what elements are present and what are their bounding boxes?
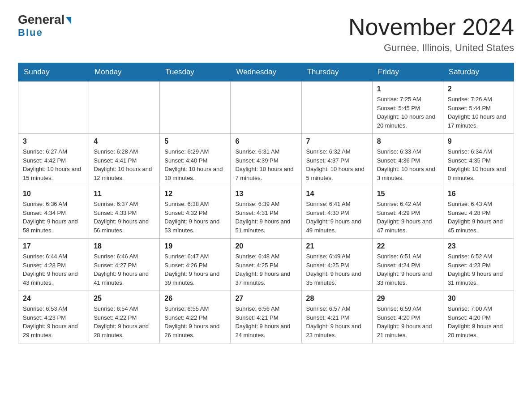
day-number: 11 (94, 190, 155, 198)
calendar-cell: 17Sunrise: 6:44 AM Sunset: 4:28 PM Dayli… (18, 239, 89, 291)
day-number: 27 (235, 295, 296, 303)
calendar-cell: 6Sunrise: 6:31 AM Sunset: 4:39 PM Daylig… (231, 134, 301, 186)
calendar-cell: 23Sunrise: 6:52 AM Sunset: 4:23 PM Dayli… (443, 239, 514, 291)
calendar-week-row: 17Sunrise: 6:44 AM Sunset: 4:28 PM Dayli… (18, 239, 514, 291)
day-info: Sunrise: 6:33 AM Sunset: 4:36 PM Dayligh… (377, 147, 438, 182)
day-info: Sunrise: 6:34 AM Sunset: 4:35 PM Dayligh… (448, 147, 509, 182)
weekday-header-monday: Monday (89, 63, 160, 81)
day-info: Sunrise: 7:26 AM Sunset: 5:44 PM Dayligh… (448, 95, 509, 130)
calendar-cell (231, 81, 301, 134)
day-info: Sunrise: 6:27 AM Sunset: 4:42 PM Dayligh… (23, 147, 84, 182)
day-info: Sunrise: 6:31 AM Sunset: 4:39 PM Dayligh… (235, 147, 296, 182)
logo-text: General (18, 13, 71, 26)
weekday-header-sunday: Sunday (18, 63, 89, 81)
calendar-cell: 10Sunrise: 6:36 AM Sunset: 4:34 PM Dayli… (18, 186, 89, 239)
day-info: Sunrise: 6:59 AM Sunset: 4:20 PM Dayligh… (377, 304, 438, 339)
day-number: 12 (164, 190, 226, 198)
title-block: November 2024 Gurnee, Illinois, United S… (348, 13, 514, 54)
day-info: Sunrise: 6:46 AM Sunset: 4:27 PM Dayligh… (94, 252, 155, 287)
calendar-cell (160, 81, 231, 134)
calendar-cell (18, 81, 89, 134)
calendar-cell: 19Sunrise: 6:47 AM Sunset: 4:26 PM Dayli… (160, 239, 231, 291)
weekday-header-tuesday: Tuesday (160, 63, 231, 81)
day-number: 4 (94, 137, 155, 146)
calendar-cell: 20Sunrise: 6:48 AM Sunset: 4:25 PM Dayli… (231, 239, 301, 291)
day-info: Sunrise: 6:36 AM Sunset: 4:34 PM Dayligh… (23, 200, 84, 235)
day-number: 10 (23, 190, 84, 198)
calendar-cell: 5Sunrise: 6:29 AM Sunset: 4:40 PM Daylig… (160, 134, 231, 186)
day-number: 1 (377, 85, 438, 93)
day-info: Sunrise: 6:32 AM Sunset: 4:37 PM Dayligh… (306, 147, 368, 182)
day-number: 14 (306, 190, 368, 198)
day-number: 8 (377, 137, 438, 146)
calendar-cell (301, 81, 372, 134)
calendar-cell: 29Sunrise: 6:59 AM Sunset: 4:20 PM Dayli… (372, 291, 443, 343)
calendar-cell: 3Sunrise: 6:27 AM Sunset: 4:42 PM Daylig… (18, 134, 89, 186)
day-number: 15 (377, 190, 438, 198)
logo-blue: Blue (18, 27, 43, 39)
calendar-table: SundayMondayTuesdayWednesdayThursdayFrid… (18, 63, 514, 343)
calendar-cell: 15Sunrise: 6:42 AM Sunset: 4:29 PM Dayli… (372, 186, 443, 239)
calendar-cell: 25Sunrise: 6:54 AM Sunset: 4:22 PM Dayli… (89, 291, 160, 343)
day-info: Sunrise: 6:41 AM Sunset: 4:30 PM Dayligh… (306, 200, 368, 235)
day-number: 9 (448, 137, 509, 146)
day-number: 18 (94, 242, 155, 250)
calendar-cell (89, 81, 160, 134)
weekday-header-wednesday: Wednesday (231, 63, 301, 81)
weekday-header-row: SundayMondayTuesdayWednesdayThursdayFrid… (18, 63, 514, 81)
logo: General Blue (18, 13, 71, 39)
day-number: 26 (164, 295, 226, 303)
day-number: 13 (235, 190, 296, 198)
day-number: 19 (164, 242, 226, 250)
day-number: 2 (448, 85, 509, 93)
day-number: 16 (448, 190, 509, 198)
calendar-cell: 26Sunrise: 6:55 AM Sunset: 4:22 PM Dayli… (160, 291, 231, 343)
day-number: 6 (235, 137, 296, 146)
calendar-cell: 7Sunrise: 6:32 AM Sunset: 4:37 PM Daylig… (301, 134, 372, 186)
day-number: 23 (448, 242, 509, 250)
day-info: Sunrise: 6:44 AM Sunset: 4:28 PM Dayligh… (23, 252, 84, 287)
day-number: 30 (448, 295, 509, 303)
day-info: Sunrise: 6:29 AM Sunset: 4:40 PM Dayligh… (164, 147, 226, 182)
day-info: Sunrise: 6:39 AM Sunset: 4:31 PM Dayligh… (235, 200, 296, 235)
day-number: 20 (235, 242, 296, 250)
day-number: 22 (377, 242, 438, 250)
day-info: Sunrise: 6:57 AM Sunset: 4:21 PM Dayligh… (306, 304, 368, 339)
calendar-cell: 11Sunrise: 6:37 AM Sunset: 4:33 PM Dayli… (89, 186, 160, 239)
weekday-header-thursday: Thursday (301, 63, 372, 81)
day-info: Sunrise: 6:52 AM Sunset: 4:23 PM Dayligh… (448, 252, 509, 287)
calendar-cell: 27Sunrise: 6:56 AM Sunset: 4:21 PM Dayli… (231, 291, 301, 343)
day-info: Sunrise: 7:00 AM Sunset: 4:20 PM Dayligh… (448, 304, 509, 339)
weekday-header-friday: Friday (372, 63, 443, 81)
day-info: Sunrise: 6:51 AM Sunset: 4:24 PM Dayligh… (377, 252, 438, 287)
day-number: 5 (164, 137, 226, 146)
weekday-header-saturday: Saturday (443, 63, 514, 81)
page-header: General Blue November 2024 Gurnee, Illin… (18, 13, 514, 54)
day-number: 25 (94, 295, 155, 303)
calendar-cell: 22Sunrise: 6:51 AM Sunset: 4:24 PM Dayli… (372, 239, 443, 291)
calendar-week-row: 1Sunrise: 7:25 AM Sunset: 5:45 PM Daylig… (18, 81, 514, 134)
day-info: Sunrise: 6:48 AM Sunset: 4:25 PM Dayligh… (235, 252, 296, 287)
calendar-cell: 14Sunrise: 6:41 AM Sunset: 4:30 PM Dayli… (301, 186, 372, 239)
day-number: 17 (23, 242, 84, 250)
calendar-cell: 9Sunrise: 6:34 AM Sunset: 4:35 PM Daylig… (443, 134, 514, 186)
page-subtitle: Gurnee, Illinois, United States (348, 42, 514, 54)
calendar-cell: 18Sunrise: 6:46 AM Sunset: 4:27 PM Dayli… (89, 239, 160, 291)
day-number: 28 (306, 295, 368, 303)
day-info: Sunrise: 6:53 AM Sunset: 4:23 PM Dayligh… (23, 304, 84, 339)
day-number: 29 (377, 295, 438, 303)
day-number: 24 (23, 295, 84, 303)
calendar-cell: 8Sunrise: 6:33 AM Sunset: 4:36 PM Daylig… (372, 134, 443, 186)
day-info: Sunrise: 6:55 AM Sunset: 4:22 PM Dayligh… (164, 304, 226, 339)
calendar-week-row: 10Sunrise: 6:36 AM Sunset: 4:34 PM Dayli… (18, 186, 514, 239)
calendar-cell: 2Sunrise: 7:26 AM Sunset: 5:44 PM Daylig… (443, 81, 514, 134)
calendar-cell: 24Sunrise: 6:53 AM Sunset: 4:23 PM Dayli… (18, 291, 89, 343)
calendar-cell: 21Sunrise: 6:49 AM Sunset: 4:25 PM Dayli… (301, 239, 372, 291)
day-info: Sunrise: 6:47 AM Sunset: 4:26 PM Dayligh… (164, 252, 226, 287)
calendar-cell: 16Sunrise: 6:43 AM Sunset: 4:28 PM Dayli… (443, 186, 514, 239)
day-info: Sunrise: 6:42 AM Sunset: 4:29 PM Dayligh… (377, 200, 438, 235)
calendar-cell: 13Sunrise: 6:39 AM Sunset: 4:31 PM Dayli… (231, 186, 301, 239)
calendar-cell: 28Sunrise: 6:57 AM Sunset: 4:21 PM Dayli… (301, 291, 372, 343)
calendar-cell: 4Sunrise: 6:28 AM Sunset: 4:41 PM Daylig… (89, 134, 160, 186)
day-info: Sunrise: 6:54 AM Sunset: 4:22 PM Dayligh… (94, 304, 155, 339)
